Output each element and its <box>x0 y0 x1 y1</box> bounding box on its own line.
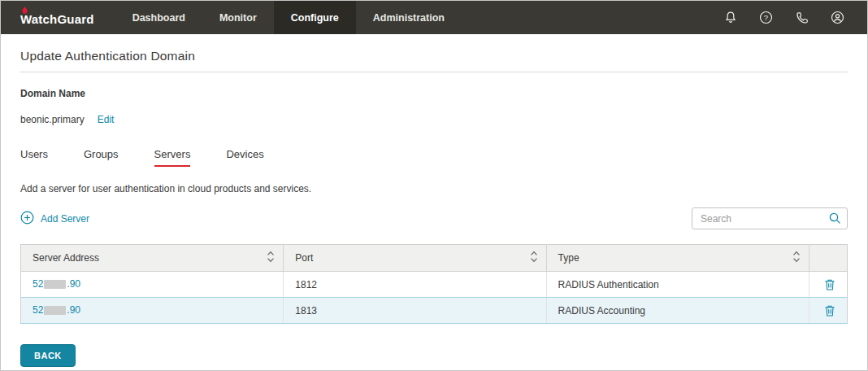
actions-cell <box>809 272 847 298</box>
column-header-server-address[interactable]: Server Address <box>21 245 284 272</box>
notifications-icon[interactable] <box>723 11 737 24</box>
tab-devices[interactable]: Devices <box>226 148 263 167</box>
table-header-row: Server Address Port <box>21 245 848 272</box>
app-window: WatchGuard Dashboard Monitor Configure A… <box>0 0 868 371</box>
delete-server-button[interactable] <box>824 276 835 291</box>
title-divider <box>20 72 848 72</box>
port-cell: 1813 <box>284 298 546 324</box>
flame-icon <box>20 4 29 19</box>
server-address-link[interactable]: 52.90 <box>33 278 80 290</box>
add-server-button[interactable]: Add Server <box>20 211 89 227</box>
svg-text:?: ? <box>764 13 768 22</box>
table-toolbar: Add Server <box>20 207 848 229</box>
tab-groups[interactable]: Groups <box>84 148 119 167</box>
nav-item-administration[interactable]: Administration <box>356 1 462 34</box>
type-cell: RADIUS Authentication <box>546 272 809 298</box>
search-icon[interactable] <box>828 212 842 229</box>
domain-name-row: beonic.primary Edit <box>20 114 848 125</box>
search-input[interactable] <box>692 207 848 229</box>
redacted-text <box>44 280 66 289</box>
sort-icon[interactable] <box>267 251 275 265</box>
watchguard-logo[interactable]: WatchGuard <box>1 1 115 34</box>
brand-name: WatchGuard <box>20 9 94 26</box>
tab-users[interactable]: Users <box>20 148 48 167</box>
top-navigation: WatchGuard Dashboard Monitor Configure A… <box>1 1 867 34</box>
domain-name-label: Domain Name <box>20 88 848 99</box>
nav-item-configure[interactable]: Configure <box>274 1 356 34</box>
domain-name-value: beonic.primary <box>20 114 85 125</box>
plus-circle-icon <box>20 211 34 227</box>
servers-description: Add a server for user authentication in … <box>20 183 848 194</box>
account-icon[interactable] <box>831 11 844 24</box>
phone-icon[interactable] <box>795 11 809 24</box>
port-cell: 1812 <box>284 272 546 298</box>
nav-spacer <box>462 1 723 34</box>
tab-servers[interactable]: Servers <box>154 148 191 167</box>
server-address-cell: 52.90 <box>21 298 284 324</box>
help-icon[interactable]: ? <box>759 11 773 24</box>
main-content: Update Authentication Domain Domain Name… <box>1 34 867 367</box>
redacted-text <box>44 306 66 315</box>
column-header-actions <box>809 245 847 272</box>
nav-item-monitor[interactable]: Monitor <box>202 1 274 34</box>
sort-icon[interactable] <box>792 251 801 265</box>
actions-cell <box>809 298 847 324</box>
main-menu: Dashboard Monitor Configure Administrati… <box>115 1 462 34</box>
search-box <box>692 207 848 229</box>
type-cell: RADIUS Accounting <box>546 298 809 324</box>
nav-utility-icons: ? <box>723 1 867 34</box>
page-title: Update Authentication Domain <box>20 49 848 63</box>
table-row: 52.90 1813 RADIUS Accounting <box>21 298 848 324</box>
sort-icon[interactable] <box>530 251 538 265</box>
server-address-link[interactable]: 52.90 <box>33 304 80 316</box>
column-header-type[interactable]: Type <box>546 245 809 272</box>
tab-bar: Users Groups Servers Devices <box>20 148 848 167</box>
table-row: 52.90 1812 RADIUS Authentication <box>21 272 848 298</box>
nav-item-dashboard[interactable]: Dashboard <box>115 1 202 34</box>
edit-domain-link[interactable]: Edit <box>98 114 115 125</box>
add-server-label: Add Server <box>41 213 89 225</box>
column-header-port[interactable]: Port <box>284 245 546 272</box>
servers-table: Server Address Port <box>20 244 848 324</box>
server-address-cell: 52.90 <box>21 272 284 298</box>
delete-server-button[interactable] <box>824 302 835 317</box>
back-button[interactable]: BACK <box>20 344 76 367</box>
